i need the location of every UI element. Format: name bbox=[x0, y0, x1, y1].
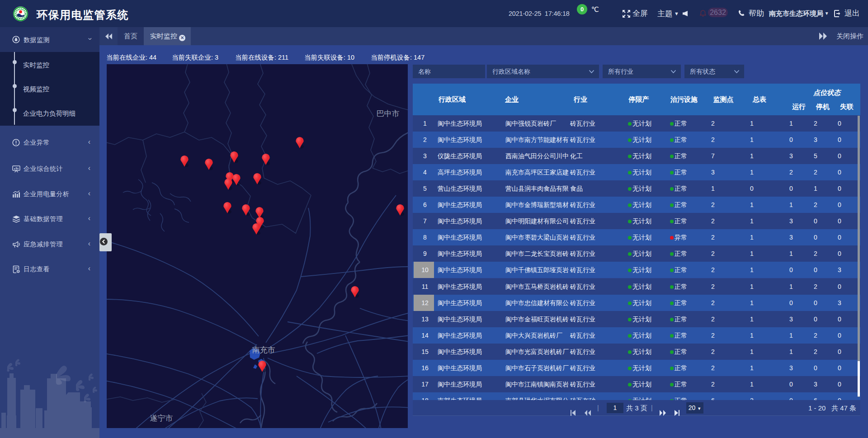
svg-text:南充市: 南充市 bbox=[252, 346, 275, 354]
svg-text:巴中市: 巴中市 bbox=[377, 109, 400, 118]
svg-text:遂宁市: 遂宁市 bbox=[150, 414, 173, 423]
